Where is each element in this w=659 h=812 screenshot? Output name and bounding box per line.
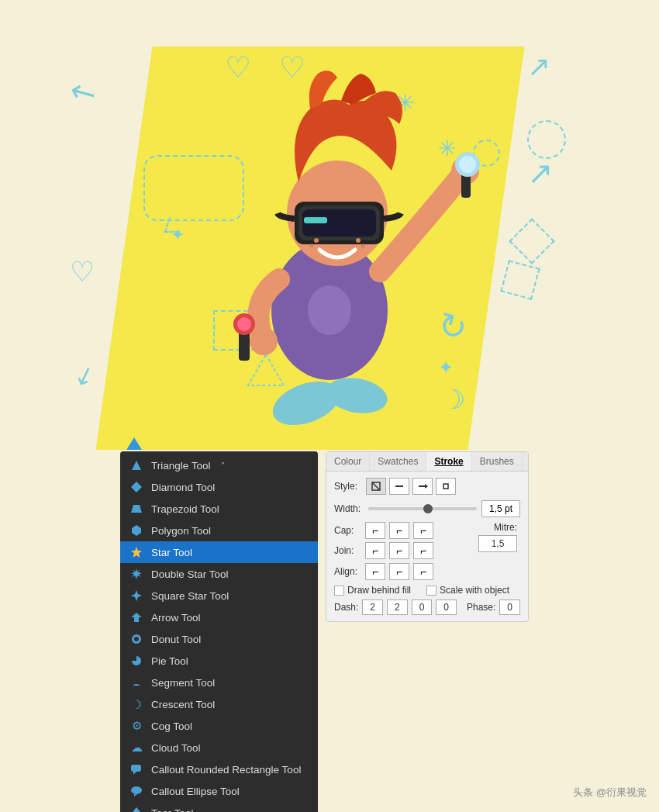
cap-row: Cap: ⌐ ⌐ ⌐ bbox=[334, 522, 474, 539]
trapezoid-label: Trapezoid Tool bbox=[151, 503, 219, 515]
width-slider-track[interactable] bbox=[368, 507, 477, 510]
tab-stroke[interactable]: Stroke bbox=[426, 452, 471, 471]
menu-item-diamond[interactable]: Diamond Tool bbox=[120, 476, 318, 498]
triangle-indicator bbox=[126, 437, 142, 450]
width-value-box[interactable]: 1,5 pt bbox=[481, 500, 520, 517]
menu-item-arrow[interactable]: Arrow Tool bbox=[120, 606, 318, 628]
menu-item-star[interactable]: Star Tool bbox=[120, 541, 318, 563]
style-btn-1[interactable] bbox=[366, 478, 386, 495]
menu-item-trapezoid[interactable]: Trapezoid Tool bbox=[120, 498, 318, 520]
svg-point-4 bbox=[308, 285, 351, 335]
join-btn-3[interactable]: ⌐ bbox=[413, 542, 433, 559]
cap-label: Cap: bbox=[334, 525, 361, 536]
svg-point-9 bbox=[237, 317, 251, 331]
cap-btn-2[interactable]: ⌐ bbox=[389, 522, 409, 539]
join-btn-1[interactable]: ⌐ bbox=[365, 542, 385, 559]
svg-line-37 bbox=[372, 482, 380, 490]
star-label: Star Tool bbox=[151, 547, 192, 558]
phase-input[interactable]: 0 bbox=[499, 599, 520, 615]
callout-ellipse-icon bbox=[129, 784, 143, 798]
style-btn-4[interactable] bbox=[436, 478, 456, 495]
draw-behind-checkbox[interactable] bbox=[334, 586, 344, 596]
dash-row: Dash: 2 2 0 0 Phase: 0 bbox=[334, 599, 520, 615]
squarestar-icon bbox=[129, 589, 143, 603]
arrow-icon bbox=[129, 610, 143, 624]
svg-point-12 bbox=[459, 156, 476, 173]
svg-marker-25 bbox=[132, 525, 141, 536]
tools-menu: Triangle Tool " Diamond Tool Trapezoid T… bbox=[120, 451, 318, 812]
donut-label: Donut Tool bbox=[151, 634, 201, 645]
watermark: 头条 @衍果视觉 bbox=[573, 786, 647, 800]
cap-btn-3[interactable]: ⌐ bbox=[413, 522, 433, 539]
svg-point-34 bbox=[131, 786, 142, 794]
align-btn-1[interactable]: ⌐ bbox=[365, 563, 385, 580]
svg-marker-22 bbox=[132, 461, 141, 470]
align-label: Align: bbox=[334, 566, 361, 577]
align-row: Align: ⌐ ⌐ ⌐ bbox=[334, 563, 520, 580]
style-btn-2[interactable] bbox=[389, 478, 409, 495]
svg-marker-33 bbox=[133, 772, 136, 775]
tear-label: Tear Tool bbox=[151, 807, 194, 813]
polygon-icon bbox=[129, 523, 143, 537]
triangle-label: Triangle Tool bbox=[151, 460, 211, 472]
triangle-quote: " bbox=[222, 461, 225, 470]
tab-colour[interactable]: Colour bbox=[326, 452, 370, 471]
svg-rect-32 bbox=[131, 765, 141, 772]
segment-icon bbox=[129, 676, 143, 689]
dash-input-2[interactable]: 2 bbox=[387, 599, 408, 615]
arrow-label: Arrow Tool bbox=[151, 612, 201, 624]
menu-item-segment[interactable]: Segment Tool bbox=[120, 672, 318, 693]
menu-item-crescent[interactable]: ☽ Crescent Tool bbox=[120, 693, 318, 715]
menu-item-squarestar[interactable]: Square Star Tool bbox=[120, 585, 318, 606]
scale-checkbox[interactable] bbox=[426, 586, 436, 596]
menu-item-doublestar[interactable]: Double Star Tool bbox=[120, 563, 318, 585]
mitre-value-box[interactable]: 1,5 bbox=[478, 535, 517, 552]
menu-item-pie[interactable]: Pie Tool bbox=[120, 650, 318, 672]
dash-input-1[interactable]: 2 bbox=[362, 599, 383, 615]
cap-section: Cap: ⌐ ⌐ ⌐ Join: ⌐ ⌐ ⌐ bbox=[334, 522, 474, 559]
stroke-body: Style: Width: bbox=[326, 472, 528, 621]
tear-icon bbox=[129, 806, 143, 812]
diamond-label: Diamond Tool bbox=[151, 482, 215, 493]
menu-item-tear[interactable]: Tear Tool bbox=[120, 802, 318, 812]
svg-marker-26 bbox=[131, 547, 142, 558]
svg-point-31 bbox=[134, 637, 139, 641]
dash-input-4[interactable]: 0 bbox=[436, 599, 457, 615]
cloud-icon: ☁ bbox=[129, 741, 143, 755]
svg-point-21 bbox=[361, 244, 365, 248]
menu-item-polygon[interactable]: Polygon Tool bbox=[120, 520, 318, 541]
donut-icon bbox=[129, 632, 143, 646]
menu-item-cog[interactable]: ⚙ Cog Tool bbox=[120, 715, 318, 737]
width-row: Width: 1,5 pt bbox=[334, 500, 520, 517]
svg-rect-17 bbox=[304, 217, 327, 223]
style-btn-3[interactable] bbox=[412, 478, 433, 495]
triangle-icon bbox=[129, 458, 143, 472]
dash-input-3[interactable]: 0 bbox=[412, 599, 433, 615]
style-icons bbox=[366, 478, 456, 495]
svg-point-20 bbox=[356, 238, 361, 243]
join-btn-2[interactable]: ⌐ bbox=[389, 542, 409, 559]
cap-btn-1[interactable]: ⌐ bbox=[365, 522, 385, 539]
svg-marker-24 bbox=[131, 505, 142, 513]
menu-item-callout-rect[interactable]: Callout Rounded Rectangle Tool bbox=[120, 758, 318, 780]
menu-item-donut[interactable]: Donut Tool bbox=[120, 628, 318, 650]
width-label: Width: bbox=[334, 503, 364, 514]
menu-item-triangle[interactable]: Triangle Tool " bbox=[120, 454, 318, 476]
menu-item-cloud[interactable]: ☁ Cloud Tool bbox=[120, 737, 318, 758]
draw-behind-fill-item[interactable]: Draw behind fill bbox=[334, 585, 411, 596]
scale-with-object-item[interactable]: Scale with object bbox=[426, 585, 509, 596]
tab-swatches[interactable]: Swatches bbox=[370, 452, 426, 471]
align-btn-3[interactable]: ⌐ bbox=[413, 563, 433, 580]
tab-brushes[interactable]: Brushes bbox=[472, 452, 523, 471]
align-btn-2[interactable]: ⌐ bbox=[389, 563, 409, 580]
checkbox-row: Draw behind fill Scale with object bbox=[334, 585, 520, 596]
width-slider-thumb[interactable] bbox=[423, 504, 433, 513]
svg-marker-27 bbox=[131, 568, 142, 579]
phase-label: Phase: bbox=[467, 602, 495, 613]
character-illustration bbox=[109, 16, 550, 450]
menu-item-callout-ellipse[interactable]: Callout Ellipse Tool bbox=[120, 780, 318, 802]
stroke-panel: Colour Swatches Stroke Brushes Style: bbox=[326, 451, 529, 622]
svg-marker-29 bbox=[131, 613, 142, 622]
draw-behind-label: Draw behind fill bbox=[347, 585, 411, 596]
diamond-icon bbox=[129, 480, 143, 494]
